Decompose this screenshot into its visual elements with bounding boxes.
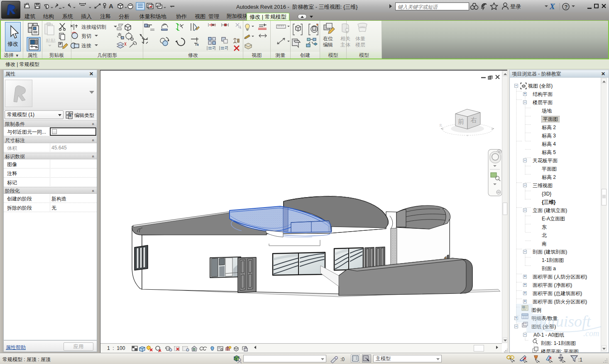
svg-text:剪切: 剪切 [81, 33, 91, 39]
svg-text:主体: 主体 [340, 42, 350, 48]
svg-text:体量: 体量 [355, 36, 365, 42]
svg-text:在位: 在位 [323, 36, 333, 42]
svg-text:连接: 连接 [81, 43, 91, 49]
svg-text:连接端切割: 连接端切割 [81, 24, 106, 30]
svg-text:编辑: 编辑 [323, 42, 333, 48]
svg-text:修改: 修改 [7, 41, 18, 47]
svg-text:相关: 相关 [340, 36, 350, 42]
svg-text::0: :0 [340, 357, 345, 362]
svg-text:右: 右 [470, 116, 477, 123]
svg-text:北: 北 [439, 124, 442, 127]
svg-text:X: X [549, 2, 555, 11]
svg-text:?: ? [565, 4, 568, 10]
svg-text:楼层: 楼层 [355, 42, 365, 48]
svg-text:粘贴: 粘贴 [46, 38, 56, 44]
svg-text::1: :1 [578, 357, 582, 363]
svg-text:登录: 登录 [510, 3, 521, 10]
svg-text:前: 前 [458, 118, 464, 125]
svg-text:A: A [109, 2, 113, 10]
